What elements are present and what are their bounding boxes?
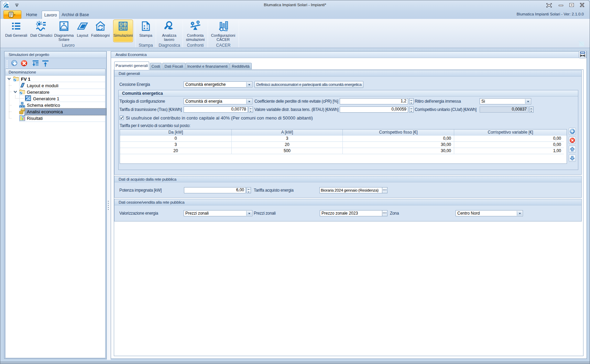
svg-text:B: B	[197, 21, 199, 23]
svg-text:A: A	[192, 22, 193, 25]
